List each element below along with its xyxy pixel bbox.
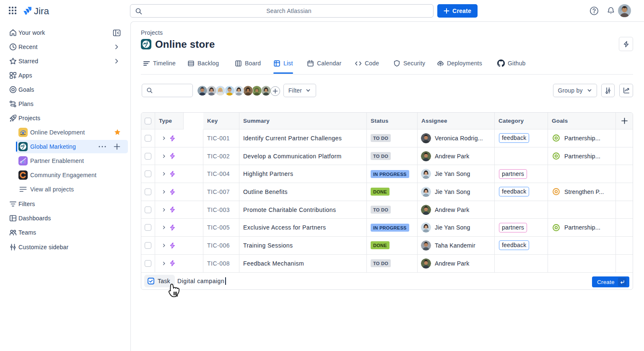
svg-text:Jira: Jira: [34, 6, 49, 16]
